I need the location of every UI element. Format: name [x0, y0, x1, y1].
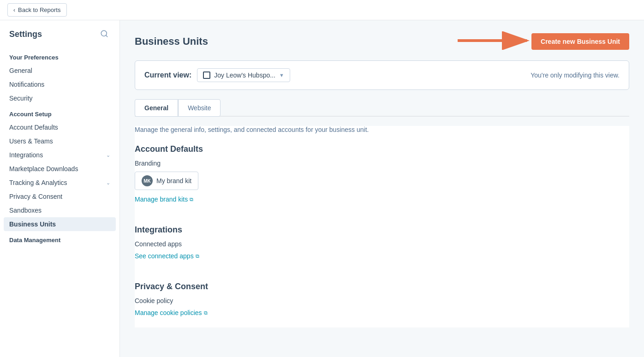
sidebar-item-general[interactable]: General: [0, 64, 119, 77]
sidebar-item-marketplace-downloads[interactable]: Marketplace Downloads: [0, 162, 119, 176]
sidebar-item-account-defaults-label: Account Defaults: [9, 124, 58, 131]
svg-line-1: [106, 35, 107, 36]
current-view-left: Current view: Joy Leow's Hubspo... ▼: [144, 68, 290, 82]
sidebar-section-data-management: Data Management: [0, 231, 119, 246]
sidebar: Settings Your Preferences General Notifi…: [0, 20, 120, 357]
sidebar-item-integrations[interactable]: Integrations ⌄: [0, 148, 119, 162]
sidebar-item-general-label: General: [9, 67, 32, 74]
main-header: Business Units Create new Business Unit: [135, 31, 629, 51]
sidebar-item-sandboxes-label: Sandboxes: [9, 207, 42, 214]
square-icon: [203, 71, 210, 79]
branding-label: Branding: [135, 160, 629, 167]
tabs-container: General Website: [135, 99, 629, 117]
page-title: Business Units: [135, 36, 208, 48]
content-description: Manage the general info, settings, and c…: [135, 126, 629, 133]
back-to-reports-button[interactable]: ‹ Back to Reports: [7, 3, 67, 17]
arrow-container: [453, 31, 536, 51]
search-icon: [100, 30, 108, 38]
back-arrow-icon: ‹: [13, 7, 15, 13]
connected-apps-label: Connected apps: [135, 240, 629, 248]
manage-cookie-policies-text: Manage cookie policies: [135, 309, 202, 316]
content-area: Manage the general info, settings, and c…: [135, 126, 629, 327]
chevron-down-icon-dropdown: ▼: [279, 72, 284, 78]
sidebar-item-account-defaults[interactable]: Account Defaults: [0, 120, 119, 134]
external-link-icon-privacy: ⧉: [204, 310, 208, 316]
main-content: Business Units Create new Business Unit: [120, 20, 644, 357]
external-link-icon-integrations: ⧉: [196, 253, 199, 259]
manage-cookie-policies-link[interactable]: Manage cookie policies ⧉: [135, 309, 208, 316]
sidebar-item-integrations-label: Integrations: [9, 151, 43, 159]
view-only-note: You're only modifying this view.: [531, 71, 620, 79]
external-link-icon: ⧉: [190, 196, 193, 202]
privacy-consent-title: Privacy & Consent: [135, 282, 629, 292]
sidebar-item-business-units-label: Business Units: [9, 220, 56, 228]
sidebar-title: Settings: [9, 30, 42, 39]
sidebar-section-your-preferences: Your Preferences: [0, 48, 119, 64]
top-bar: ‹ Back to Reports: [0, 0, 644, 20]
chevron-down-icon: ⌄: [106, 152, 110, 158]
my-brand-kit-button[interactable]: MK My brand kit: [135, 172, 198, 190]
sidebar-item-tracking-label: Tracking & Analytics: [9, 179, 67, 186]
account-defaults-section: Account Defaults Branding MK My brand ki…: [135, 144, 629, 214]
sidebar-item-tracking-analytics[interactable]: Tracking & Analytics ⌄: [0, 176, 119, 190]
integrations-section: Integrations Connected apps See connecte…: [135, 225, 629, 271]
sidebar-item-security-label: Security: [9, 95, 33, 102]
create-business-unit-button[interactable]: Create new Business Unit: [531, 33, 629, 50]
sidebar-search-button[interactable]: [98, 28, 110, 41]
integrations-title: Integrations: [135, 225, 629, 235]
current-view-label: Current view:: [144, 71, 191, 79]
sidebar-item-privacy-label: Privacy & Consent: [9, 193, 62, 200]
sidebar-item-notifications-label: Notifications: [9, 81, 44, 88]
sidebar-item-notifications[interactable]: Notifications: [0, 77, 119, 91]
sidebar-item-business-units[interactable]: Business Units: [4, 217, 116, 231]
sidebar-item-users-teams[interactable]: Users & Teams: [0, 134, 119, 148]
header-right: Create new Business Unit: [453, 31, 629, 51]
chevron-down-icon-tracking: ⌄: [106, 180, 110, 186]
tab-general[interactable]: General: [135, 99, 178, 117]
arrow-icon: [453, 31, 536, 50]
current-view-box: Current view: Joy Leow's Hubspo... ▼ You…: [135, 60, 629, 90]
privacy-consent-section: Privacy & Consent Cookie policy Manage c…: [135, 282, 629, 327]
account-defaults-title: Account Defaults: [135, 144, 629, 154]
manage-brand-kits-text: Manage brand kits: [135, 196, 188, 203]
see-connected-apps-link[interactable]: See connected apps ⧉: [135, 252, 199, 260]
sidebar-item-security[interactable]: Security: [0, 91, 119, 105]
sidebar-section-account-setup: Account Setup: [0, 105, 119, 120]
brand-kit-label: My brand kit: [156, 177, 191, 184]
cookie-policy-label: Cookie policy: [135, 297, 629, 304]
sidebar-item-marketplace-label: Marketplace Downloads: [9, 165, 78, 173]
current-view-value: Joy Leow's Hubspo...: [214, 71, 275, 79]
back-button-label: Back to Reports: [18, 6, 61, 13]
brand-kit-avatar: MK: [142, 175, 153, 186]
tab-website[interactable]: Website: [178, 99, 221, 117]
sidebar-item-users-teams-label: Users & Teams: [9, 137, 53, 145]
current-view-dropdown[interactable]: Joy Leow's Hubspo... ▼: [197, 68, 290, 82]
see-connected-apps-text: See connected apps: [135, 252, 194, 260]
sidebar-header: Settings: [0, 28, 119, 48]
main-layout: Settings Your Preferences General Notifi…: [0, 20, 644, 357]
manage-brand-kits-link[interactable]: Manage brand kits ⧉: [135, 196, 193, 203]
sidebar-item-sandboxes[interactable]: Sandboxes: [0, 203, 119, 217]
sidebar-item-privacy-consent[interactable]: Privacy & Consent: [0, 190, 119, 203]
